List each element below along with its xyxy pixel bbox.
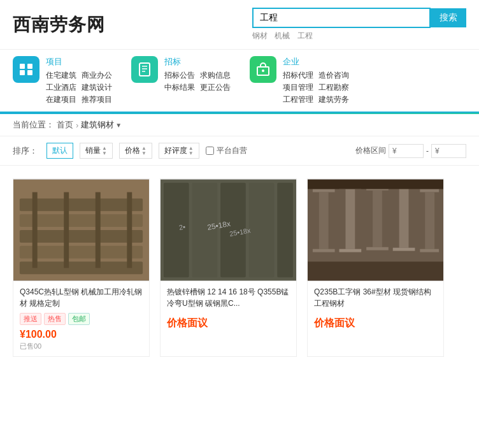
nav-link-residential[interactable]: 住宅建筑	[46, 70, 76, 81]
price-min-input[interactable]	[389, 144, 424, 158]
platform-self-text: 平台自营	[217, 145, 247, 156]
product-image-2: 2▪ 25•18x 25•18x	[161, 179, 296, 281]
product-info-2: 热镀锌槽钢 12 14 16 18号 Q355B锰冷弯U型钢 碳钢黑C... 价…	[161, 281, 296, 335]
svg-rect-2	[20, 70, 25, 75]
hint-engineering[interactable]: 工程	[297, 31, 313, 40]
price-max-input[interactable]	[431, 144, 466, 158]
sort-price-arrows: ▲▼	[141, 146, 147, 156]
product-price-3: 价格面议	[314, 317, 437, 330]
nav-link-design[interactable]: 建筑设计	[82, 82, 112, 93]
enterprise-label[interactable]: 企业	[283, 56, 349, 68]
breadcrumb-current-text: 建筑钢材	[81, 119, 114, 131]
project-row-1: 住宅建筑 商业办公	[46, 70, 112, 81]
nav-bar: 项目 住宅建筑 商业办公 工业酒店 建筑设计 在建项目 推荐项目 招标 招标公告…	[0, 50, 479, 113]
hint-machinery[interactable]: 机械	[275, 31, 290, 40]
bid-row-1: 招标公告 求购信息	[164, 70, 231, 81]
breadcrumb: 当前位置： 首页 › 建筑钢材 ▼	[0, 114, 479, 136]
product-card-2[interactable]: 2▪ 25•18x 25•18x 热镀锌槽钢 12 14 16 18号 Q355…	[160, 178, 297, 357]
svg-rect-42	[420, 189, 439, 192]
nav-link-bid-result[interactable]: 中标结果	[164, 82, 195, 93]
sort-sales-arrows: ▲▼	[102, 146, 107, 156]
product-info-1: Q345C热轧L型钢 机械加工用冷轧钢材 规格定制 推送 热售 包邮 ¥100.…	[13, 281, 149, 356]
header: 西南劳务网 搜索 钢材 机械 工程	[0, 0, 479, 50]
product-tags-1: 推送 热售 包邮	[20, 313, 143, 325]
nav-item-bid: 招标 招标公告 求购信息 中标结果 更正公告	[131, 56, 231, 93]
svg-rect-45	[308, 262, 443, 281]
nav-link-correction[interactable]: 更正公告	[200, 82, 231, 93]
svg-rect-4	[139, 63, 150, 76]
svg-rect-3	[27, 70, 32, 75]
svg-rect-44	[420, 249, 439, 252]
logo: 西南劳务网	[13, 13, 105, 37]
svg-rect-11	[20, 198, 143, 211]
svg-rect-19	[127, 192, 132, 268]
svg-rect-35	[340, 249, 362, 252]
tag-recommend-1: 推送	[20, 313, 41, 325]
product-grid: Q345C热轧L型钢 机械加工用冷轧钢材 规格定制 推送 热售 包邮 ¥100.…	[0, 166, 479, 370]
bid-icon[interactable]	[131, 56, 158, 83]
nav-link-project-mgmt[interactable]: 项目管理	[283, 82, 313, 93]
tag-shipping-1: 包邮	[68, 313, 90, 325]
platform-self-label: 平台自营	[206, 145, 247, 156]
product-sold-1: 已售00	[20, 342, 143, 351]
svg-rect-41	[393, 248, 415, 251]
project-label[interactable]: 项目	[46, 56, 112, 68]
project-links: 项目 住宅建筑 商业办公 工业酒店 建筑设计 在建项目 推荐项目	[46, 56, 112, 105]
nav-link-bid-notice[interactable]: 招标公告	[164, 70, 195, 81]
sort-sales[interactable]: 销量 ▲▼	[80, 143, 113, 159]
nav-link-cost-consult[interactable]: 造价咨询	[318, 70, 349, 81]
product-card-3[interactable]: Q235B工字钢 36#型材 现货钢结构工程钢材 价格面议	[307, 178, 444, 357]
nav-link-labor[interactable]: 建筑劳务	[318, 94, 349, 105]
bid-row-2: 中标结果 更正公告	[164, 82, 231, 93]
sort-rating[interactable]: 好评度 ▲▼	[159, 143, 199, 159]
breadcrumb-prefix: 当前位置：	[13, 119, 54, 131]
svg-rect-40	[399, 188, 409, 248]
nav-link-featured[interactable]: 推荐项目	[82, 94, 112, 105]
sort-price[interactable]: 价格 ▲▼	[119, 143, 152, 159]
enterprise-row-1: 招标代理 造价咨询	[283, 70, 349, 81]
breadcrumb-home[interactable]: 首页	[57, 119, 73, 131]
svg-rect-25	[277, 183, 293, 278]
nav-link-survey[interactable]: 工程勘察	[318, 82, 349, 93]
sort-bar: 排序： 默认 销量 ▲▼ 价格 ▲▼ 好评度 ▲▼ 平台自营 价格区间 -	[0, 136, 479, 166]
search-input[interactable]	[252, 8, 431, 28]
price-range-dash: -	[426, 147, 429, 155]
project-row-3: 在建项目 推荐项目	[46, 94, 112, 105]
svg-rect-43	[425, 192, 434, 249]
svg-rect-24	[249, 183, 275, 278]
enterprise-icon[interactable]	[250, 56, 276, 83]
svg-rect-1	[27, 64, 32, 69]
product-card-1[interactable]: Q345C热轧L型钢 机械加工用冷轧钢材 规格定制 推送 热售 包邮 ¥100.…	[13, 178, 150, 357]
svg-rect-17	[64, 192, 69, 268]
platform-self-checkbox[interactable]	[206, 147, 214, 155]
breadcrumb-current[interactable]: 建筑钢材 ▼	[81, 119, 122, 131]
svg-point-9	[262, 69, 264, 72]
sort-default[interactable]: 默认	[46, 143, 73, 159]
svg-rect-37	[373, 191, 382, 247]
bid-links: 招标 招标公告 求购信息 中标结果 更正公告	[164, 56, 231, 93]
bid-label[interactable]: 招标	[164, 56, 231, 68]
product-price-1: ¥100.00	[20, 329, 143, 340]
nav-link-commercial[interactable]: 商业办公	[82, 70, 112, 81]
tag-hot-1: 热售	[44, 313, 66, 325]
svg-rect-16	[32, 192, 38, 268]
hint-steel[interactable]: 钢材	[252, 31, 268, 40]
svg-rect-30	[313, 189, 335, 192]
search-button[interactable]: 搜索	[431, 8, 466, 27]
svg-rect-14	[20, 246, 143, 259]
nav-link-industrial[interactable]: 工业酒店	[46, 82, 76, 93]
nav-link-eng-mgmt[interactable]: 工程管理	[283, 94, 313, 105]
breadcrumb-dropdown-icon: ▼	[115, 122, 122, 129]
breadcrumb-separator: ›	[76, 120, 78, 130]
svg-rect-12	[20, 214, 143, 227]
project-row-2: 工业酒店 建筑设计	[46, 82, 112, 93]
project-icon[interactable]	[13, 56, 39, 83]
product-image-1	[13, 179, 149, 281]
product-price-2: 价格面议	[167, 317, 290, 330]
search-area: 搜索 钢材 机械 工程	[252, 8, 466, 41]
search-box: 搜索	[252, 8, 466, 28]
nav-link-bid-agency[interactable]: 招标代理	[283, 70, 313, 81]
enterprise-row-3: 工程管理 建筑劳务	[283, 94, 349, 105]
nav-link-ongoing[interactable]: 在建项目	[46, 94, 76, 105]
nav-link-purchase[interactable]: 求购信息	[200, 70, 231, 81]
